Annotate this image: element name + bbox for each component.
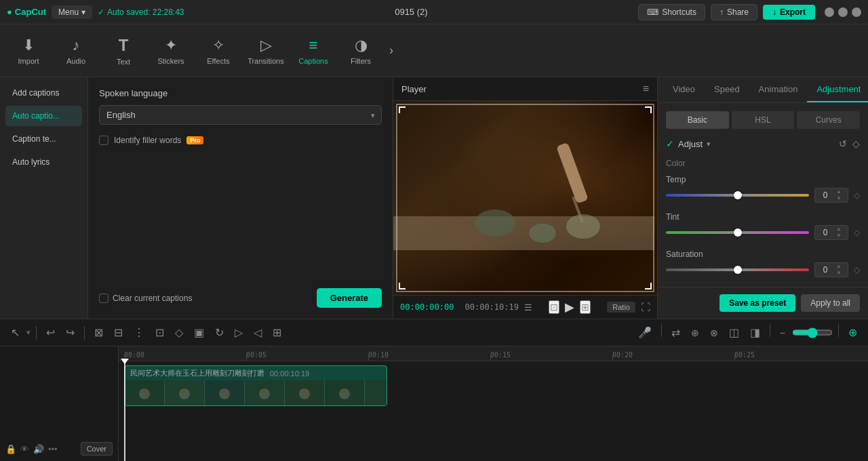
toolbar-stickers[interactable]: ✦ Stickers	[148, 29, 194, 73]
tint-slider-thumb[interactable]	[734, 228, 742, 237]
undo-button[interactable]: ↩	[42, 323, 59, 342]
menu-button[interactable]: Menu ▾	[52, 5, 92, 19]
ratio-button[interactable]: Ratio	[607, 302, 635, 313]
link-button-3[interactable]: ⊗	[706, 323, 722, 342]
filler-words-checkbox[interactable]	[99, 136, 108, 145]
fullscreen-expand-button[interactable]: ⊞	[580, 300, 591, 314]
subtab-hsl[interactable]: HSL	[732, 111, 795, 129]
toolbar-more-button[interactable]: ›	[385, 41, 397, 60]
maximize-button[interactable]	[838, 7, 848, 17]
redo-button[interactable]: ↪	[62, 323, 79, 342]
language-select[interactable]: English Chinese Japanese Korean Spanish …	[99, 105, 382, 125]
tab-video[interactable]: Video	[663, 77, 705, 102]
toolbar-import[interactable]: ⬇ Import	[5, 29, 52, 73]
video-clip[interactable]: 民间艺术大师在玉石上用雕刻刀雕刻打磨 00:00:10:19	[124, 365, 387, 406]
apply-all-button[interactable]: Apply to all	[801, 294, 860, 312]
close-button[interactable]	[852, 7, 861, 17]
panel-button-1[interactable]: ◫	[725, 323, 743, 342]
transform-button[interactable]: ⊞	[269, 323, 285, 342]
add-track-button[interactable]: ⊕	[844, 323, 861, 342]
minimize-button[interactable]	[825, 7, 834, 17]
temp-down-button[interactable]: ▼	[835, 195, 842, 202]
toolbar-captions[interactable]: ≡ Captions	[290, 29, 336, 73]
saturation-value-input[interactable]	[815, 265, 835, 275]
flip-button[interactable]: ▷	[231, 323, 247, 342]
saturation-arrows: ▲ ▼	[835, 263, 842, 277]
tint-down-button[interactable]: ▼	[835, 233, 842, 239]
player-menu-icon[interactable]: ≡	[643, 83, 649, 95]
crop-button[interactable]: ▣	[190, 323, 208, 342]
select-tool[interactable]: ↖	[7, 323, 24, 342]
cover-button[interactable]: Cover	[81, 442, 113, 456]
saturation-slider-thumb[interactable]	[734, 266, 742, 274]
zoom-out-button[interactable]: −	[776, 323, 789, 342]
mic-button[interactable]: 🎤	[634, 323, 656, 342]
tint-keyframe-button[interactable]: ◇	[854, 228, 860, 237]
saturation-down-button[interactable]: ▼	[835, 270, 842, 277]
toolbar-effects[interactable]: ✧ Effects	[195, 29, 241, 73]
subtab-basic[interactable]: Basic	[666, 111, 729, 129]
tint-up-button[interactable]: ▲	[835, 226, 842, 233]
adjust-diamond-button[interactable]: ◇	[852, 138, 860, 149]
saturation-slider-track[interactable]	[666, 268, 809, 271]
adjust-reset-button[interactable]: ↺	[839, 138, 847, 149]
link-button-1[interactable]: ⇄	[667, 323, 684, 342]
play-button[interactable]: ▶	[565, 300, 574, 315]
tint-slider-track[interactable]	[666, 231, 809, 234]
tab-speed[interactable]: Speed	[705, 77, 749, 102]
caption-templates-button[interactable]: Caption te...	[5, 129, 82, 149]
split-horizontal-button[interactable]: ⊟	[110, 323, 127, 342]
track-more-button[interactable]: •••	[48, 444, 58, 454]
temp-slider-thumb[interactable]	[734, 191, 742, 199]
auto-lyrics-button[interactable]: Auto lyrics	[5, 152, 82, 172]
subtab-curves[interactable]: Curves	[797, 111, 860, 129]
toolbar-audio[interactable]: ♪ Audio	[53, 29, 99, 73]
zoom-slider[interactable]	[792, 323, 833, 342]
add-captions-button[interactable]: Add captions	[5, 83, 82, 103]
adjust-check-icon[interactable]: ✓	[666, 138, 674, 149]
panel-button-2[interactable]: ◨	[746, 323, 764, 342]
mirror-button[interactable]: ◁	[250, 323, 266, 342]
add-captions-label: Add captions	[12, 88, 59, 98]
bottom-area: ↖ ▾ ↩ ↪ ⊠ ⊟ ⋮ ⊡ ◇ ▣ ↻ ▷ ◁ ⊞ 🎤 ⇄ ⊕ ⊗ ◫ ◨ …	[0, 319, 868, 461]
ruler-tick-20: 00:20	[612, 351, 633, 359]
temp-arrows: ▲ ▼	[835, 188, 842, 202]
tab-adjustment[interactable]: Adjustment	[807, 77, 868, 102]
freeze-button[interactable]: ◇	[171, 323, 187, 342]
temp-slider-track[interactable]	[666, 194, 809, 197]
temp-value-input[interactable]	[815, 191, 835, 200]
check-icon: ✓	[98, 7, 104, 17]
toolbar-filters[interactable]: ◑ Filters	[338, 29, 384, 73]
tint-value-input[interactable]	[815, 228, 835, 237]
toolbar-text[interactable]: T Text	[100, 29, 146, 73]
track-lock-button[interactable]: 🔒	[5, 444, 16, 454]
share-button[interactable]: ↑ Share	[711, 4, 757, 20]
link-button-2[interactable]: ⊕	[687, 323, 703, 342]
captions-label: Captions	[298, 57, 328, 65]
zoom-fit-button[interactable]: ⊡	[549, 300, 559, 314]
file-title: 0915 (2)	[190, 7, 633, 17]
timeline-tracks: 民间艺术大师在玉石上用雕刻刀雕刻打磨 00:00:10:19	[119, 361, 868, 461]
generate-button[interactable]: Generate	[317, 288, 382, 308]
saturation-up-button[interactable]: ▲	[835, 263, 842, 270]
transitions-icon: ▷	[260, 37, 272, 54]
save-preset-button[interactable]: Save as preset	[719, 294, 795, 312]
track-audio-button[interactable]: 🔊	[33, 444, 44, 454]
temp-keyframe-button[interactable]: ◇	[854, 191, 860, 200]
fullscreen-button[interactable]: ⛶	[641, 302, 650, 313]
tab-animation[interactable]: Animation	[749, 77, 808, 102]
auto-captions-button[interactable]: Auto captio...	[5, 106, 82, 126]
split-button[interactable]: ⋮	[130, 323, 149, 342]
playhead[interactable]	[124, 361, 125, 461]
toolbar-transitions[interactable]: ▷ Transitions	[243, 29, 289, 73]
clear-captions-checkbox[interactable]	[99, 294, 108, 303]
delete-button[interactable]: ⊡	[151, 323, 168, 342]
timeline-list-icon[interactable]: ☰	[524, 302, 532, 313]
export-button[interactable]: ↓ Export	[763, 5, 815, 20]
rotate-button[interactable]: ↻	[211, 323, 228, 342]
split-vertical-button[interactable]: ⊠	[90, 323, 107, 342]
saturation-keyframe-button[interactable]: ◇	[854, 265, 860, 275]
shortcuts-button[interactable]: ⌨ Shortcuts	[638, 4, 705, 20]
track-eye-button[interactable]: 👁	[20, 444, 29, 454]
temp-up-button[interactable]: ▲	[835, 188, 842, 195]
